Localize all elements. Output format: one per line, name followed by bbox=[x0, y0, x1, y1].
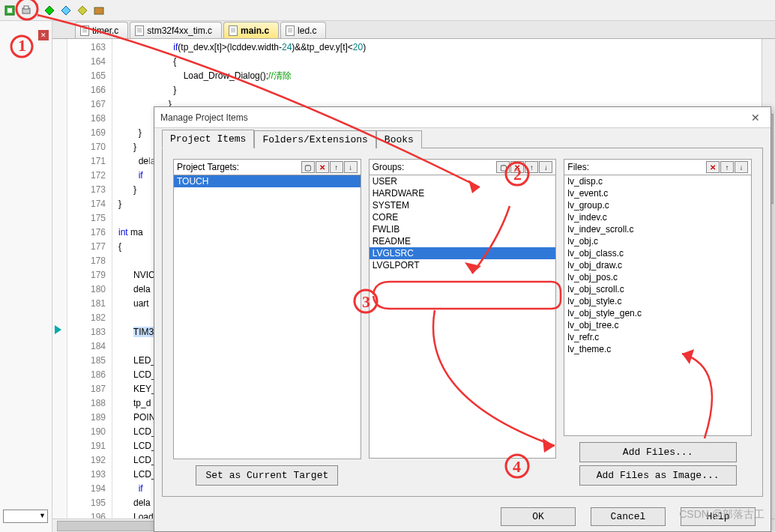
print-icon[interactable] bbox=[19, 4, 33, 17]
watermark: CSDN @部落古工 bbox=[679, 508, 765, 522]
files-panel: Files: ✕ ↑ ↓ lv_disp.clv_event.clv_group… bbox=[564, 159, 752, 486]
new-target-icon[interactable]: ▢ bbox=[301, 161, 315, 173]
list-item[interactable]: lv_obj_style_gen.c bbox=[564, 307, 751, 319]
target-down-icon[interactable]: ↓ bbox=[344, 161, 358, 173]
cancel-button[interactable]: Cancel bbox=[591, 507, 666, 526]
groups-panel: Groups: ▢ ✕ ↑ ↓ USERHARDWARESYSTEMCOREFW… bbox=[369, 159, 557, 486]
file-tab[interactable]: timer.c bbox=[75, 22, 128, 38]
dialog-tabs: Project ItemsFolders/ExtensionsBooks bbox=[154, 128, 771, 148]
list-item[interactable]: lv_refr.c bbox=[564, 331, 751, 343]
files-list[interactable]: lv_disp.clv_event.clv_group.clv_indev.cl… bbox=[564, 175, 752, 436]
svg-marker-4 bbox=[45, 6, 54, 15]
file-tab[interactable]: led.c bbox=[280, 22, 326, 38]
set-current-target-button[interactable]: Set as Current Target bbox=[196, 465, 338, 486]
manage-project-items-dialog: Manage Project Items ✕ Project ItemsFold… bbox=[154, 106, 771, 532]
groups-label: Groups: bbox=[373, 162, 405, 172]
list-item[interactable]: lv_disp.c bbox=[564, 175, 751, 187]
list-item[interactable]: lv_obj_style.c bbox=[564, 295, 751, 307]
list-item[interactable]: HARDWARE bbox=[370, 187, 556, 199]
svg-marker-5 bbox=[61, 6, 70, 15]
targets-label: Project Targets: bbox=[177, 162, 239, 172]
top-toolbar bbox=[0, 0, 775, 21]
list-item[interactable]: USER bbox=[370, 175, 556, 187]
list-item[interactable]: README bbox=[370, 235, 556, 247]
delete-group-icon[interactable]: ✕ bbox=[510, 161, 524, 173]
list-item[interactable]: CORE bbox=[370, 211, 556, 223]
dialog-titlebar: Manage Project Items ✕ bbox=[154, 107, 771, 128]
svg-rect-1 bbox=[7, 8, 12, 13]
config-icon[interactable] bbox=[3, 4, 16, 17]
close-pane-icon[interactable]: ✕ bbox=[38, 30, 49, 40]
add-files-button[interactable]: Add Files... bbox=[579, 442, 737, 462]
list-item[interactable]: FWLIB bbox=[370, 223, 556, 235]
list-item[interactable]: lv_obj.c bbox=[564, 235, 751, 247]
list-item[interactable]: lv_obj_tree.c bbox=[564, 319, 751, 331]
dialog-title: Manage Project Items bbox=[160, 112, 248, 123]
list-item[interactable]: lv_obj_scroll.c bbox=[564, 283, 751, 295]
diamond3-icon[interactable] bbox=[76, 4, 89, 17]
file-tab[interactable]: main.c bbox=[223, 22, 279, 38]
list-item[interactable]: lv_obj_pos.c bbox=[564, 271, 751, 283]
group-down-icon[interactable]: ↓ bbox=[539, 161, 552, 173]
target-up-icon[interactable]: ↑ bbox=[330, 161, 343, 173]
files-label: Files: bbox=[567, 162, 589, 172]
groups-list[interactable]: USERHARDWARESYSTEMCOREFWLIBREADMELVGLSRC… bbox=[369, 175, 557, 459]
list-item[interactable]: lv_obj_class.c bbox=[564, 247, 751, 259]
svg-rect-7 bbox=[94, 7, 103, 14]
list-item[interactable]: lv_obj_draw.c bbox=[564, 259, 751, 271]
add-files-image-button[interactable]: Add Files as Image... bbox=[579, 465, 737, 486]
targets-list[interactable]: TOUCH bbox=[173, 175, 361, 459]
dialog-close-icon[interactable]: ✕ bbox=[747, 110, 765, 125]
diamond1-icon[interactable] bbox=[43, 4, 56, 17]
targets-panel: Project Targets: ▢ ✕ ↑ ↓ TOUCH Set as Cu… bbox=[173, 159, 361, 486]
dialog-tab[interactable]: Project Items bbox=[162, 130, 254, 148]
file-tab-bar: timer.cstm32f4xx_tim.cmain.cled.c bbox=[52, 21, 775, 39]
group-up-icon[interactable]: ↑ bbox=[525, 161, 538, 173]
file-tab[interactable]: stm32f4xx_tim.c bbox=[130, 22, 222, 38]
file-down-icon[interactable]: ↓ bbox=[735, 161, 748, 173]
ok-button[interactable]: OK bbox=[501, 507, 576, 526]
box-icon[interactable] bbox=[92, 4, 106, 17]
project-selector[interactable] bbox=[3, 510, 48, 523]
list-item[interactable]: lv_indev_scroll.c bbox=[564, 223, 751, 235]
line-numbers: 1631641651661671681691701711721731741751… bbox=[67, 39, 112, 519]
list-item[interactable]: lv_indev.c bbox=[564, 211, 751, 223]
dialog-tab[interactable]: Folders/Extensions bbox=[254, 130, 376, 148]
svg-marker-6 bbox=[78, 6, 87, 15]
delete-target-icon[interactable]: ✕ bbox=[316, 161, 329, 173]
diamond2-icon[interactable] bbox=[59, 4, 73, 17]
bookmark-gutter bbox=[52, 39, 67, 519]
dialog-tab[interactable]: Books bbox=[376, 130, 422, 148]
new-group-icon[interactable]: ▢ bbox=[496, 161, 510, 173]
list-item[interactable]: LVGLPORT bbox=[370, 259, 556, 271]
list-item[interactable]: lv_theme.c bbox=[564, 343, 751, 355]
list-item[interactable]: LVGLSRC bbox=[370, 247, 556, 259]
list-item[interactable]: SYSTEM bbox=[370, 199, 556, 211]
svg-rect-3 bbox=[24, 6, 28, 9]
list-item[interactable]: lv_group.c bbox=[564, 199, 751, 211]
list-item[interactable]: TOUCH bbox=[174, 175, 361, 187]
project-pane: ✕ bbox=[0, 21, 52, 532]
delete-file-icon[interactable]: ✕ bbox=[706, 161, 720, 173]
list-item[interactable]: lv_event.c bbox=[564, 187, 751, 199]
file-up-icon[interactable]: ↑ bbox=[720, 161, 734, 173]
